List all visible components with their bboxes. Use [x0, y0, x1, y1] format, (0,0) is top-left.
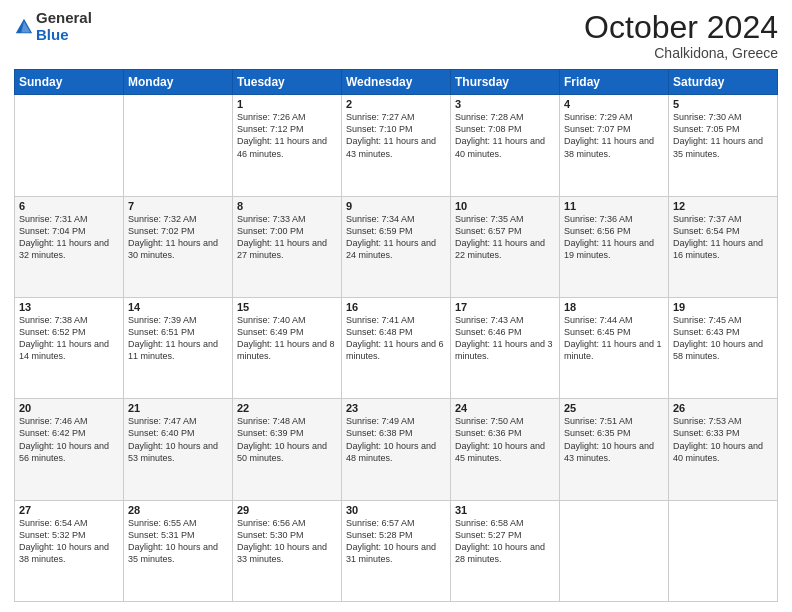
day-info: Sunrise: 7:35 AM Sunset: 6:57 PM Dayligh…: [455, 213, 555, 262]
calendar-cell: [15, 95, 124, 196]
day-info: Sunrise: 6:57 AM Sunset: 5:28 PM Dayligh…: [346, 517, 446, 566]
day-info: Sunrise: 7:37 AM Sunset: 6:54 PM Dayligh…: [673, 213, 773, 262]
day-info: Sunrise: 6:56 AM Sunset: 5:30 PM Dayligh…: [237, 517, 337, 566]
day-info: Sunrise: 7:36 AM Sunset: 6:56 PM Dayligh…: [564, 213, 664, 262]
day-info: Sunrise: 7:29 AM Sunset: 7:07 PM Dayligh…: [564, 111, 664, 160]
day-info: Sunrise: 7:45 AM Sunset: 6:43 PM Dayligh…: [673, 314, 773, 363]
day-number: 27: [19, 504, 119, 516]
calendar-cell: [560, 500, 669, 601]
calendar-row-0: 1Sunrise: 7:26 AM Sunset: 7:12 PM Daylig…: [15, 95, 778, 196]
day-number: 24: [455, 402, 555, 414]
day-info: Sunrise: 7:27 AM Sunset: 7:10 PM Dayligh…: [346, 111, 446, 160]
day-info: Sunrise: 7:46 AM Sunset: 6:42 PM Dayligh…: [19, 415, 119, 464]
location-subtitle: Chalkidona, Greece: [584, 45, 778, 61]
day-number: 29: [237, 504, 337, 516]
day-number: 7: [128, 200, 228, 212]
day-number: 15: [237, 301, 337, 313]
title-block: October 2024 Chalkidona, Greece: [584, 10, 778, 61]
day-number: 14: [128, 301, 228, 313]
calendar-cell: 5Sunrise: 7:30 AM Sunset: 7:05 PM Daylig…: [669, 95, 778, 196]
day-info: Sunrise: 7:34 AM Sunset: 6:59 PM Dayligh…: [346, 213, 446, 262]
calendar-cell: [124, 95, 233, 196]
day-number: 10: [455, 200, 555, 212]
day-number: 12: [673, 200, 773, 212]
day-number: 8: [237, 200, 337, 212]
day-number: 30: [346, 504, 446, 516]
calendar-row-3: 20Sunrise: 7:46 AM Sunset: 6:42 PM Dayli…: [15, 399, 778, 500]
logo-text: General Blue: [36, 10, 92, 43]
calendar-cell: 27Sunrise: 6:54 AM Sunset: 5:32 PM Dayli…: [15, 500, 124, 601]
weekday-header-row: SundayMondayTuesdayWednesdayThursdayFrid…: [15, 70, 778, 95]
day-number: 20: [19, 402, 119, 414]
calendar-cell: 2Sunrise: 7:27 AM Sunset: 7:10 PM Daylig…: [342, 95, 451, 196]
day-info: Sunrise: 7:32 AM Sunset: 7:02 PM Dayligh…: [128, 213, 228, 262]
weekday-header-thursday: Thursday: [451, 70, 560, 95]
calendar-cell: 23Sunrise: 7:49 AM Sunset: 6:38 PM Dayli…: [342, 399, 451, 500]
month-title: October 2024: [584, 10, 778, 45]
calendar-cell: 15Sunrise: 7:40 AM Sunset: 6:49 PM Dayli…: [233, 297, 342, 398]
day-info: Sunrise: 6:58 AM Sunset: 5:27 PM Dayligh…: [455, 517, 555, 566]
day-number: 28: [128, 504, 228, 516]
calendar-cell: 25Sunrise: 7:51 AM Sunset: 6:35 PM Dayli…: [560, 399, 669, 500]
day-number: 13: [19, 301, 119, 313]
day-info: Sunrise: 7:33 AM Sunset: 7:00 PM Dayligh…: [237, 213, 337, 262]
page: General Blue October 2024 Chalkidona, Gr…: [0, 0, 792, 612]
day-number: 18: [564, 301, 664, 313]
calendar-cell: 13Sunrise: 7:38 AM Sunset: 6:52 PM Dayli…: [15, 297, 124, 398]
calendar-cell: 21Sunrise: 7:47 AM Sunset: 6:40 PM Dayli…: [124, 399, 233, 500]
day-number: 2: [346, 98, 446, 110]
day-number: 21: [128, 402, 228, 414]
day-number: 9: [346, 200, 446, 212]
weekday-header-monday: Monday: [124, 70, 233, 95]
calendar-cell: 30Sunrise: 6:57 AM Sunset: 5:28 PM Dayli…: [342, 500, 451, 601]
day-number: 19: [673, 301, 773, 313]
day-info: Sunrise: 7:49 AM Sunset: 6:38 PM Dayligh…: [346, 415, 446, 464]
calendar-row-4: 27Sunrise: 6:54 AM Sunset: 5:32 PM Dayli…: [15, 500, 778, 601]
calendar-cell: 11Sunrise: 7:36 AM Sunset: 6:56 PM Dayli…: [560, 196, 669, 297]
calendar-cell: 16Sunrise: 7:41 AM Sunset: 6:48 PM Dayli…: [342, 297, 451, 398]
day-number: 22: [237, 402, 337, 414]
calendar-cell: 20Sunrise: 7:46 AM Sunset: 6:42 PM Dayli…: [15, 399, 124, 500]
day-info: Sunrise: 7:38 AM Sunset: 6:52 PM Dayligh…: [19, 314, 119, 363]
logo: General Blue: [14, 10, 92, 43]
day-info: Sunrise: 7:30 AM Sunset: 7:05 PM Dayligh…: [673, 111, 773, 160]
logo-icon: [14, 17, 34, 37]
day-number: 4: [564, 98, 664, 110]
day-info: Sunrise: 7:26 AM Sunset: 7:12 PM Dayligh…: [237, 111, 337, 160]
day-info: Sunrise: 7:28 AM Sunset: 7:08 PM Dayligh…: [455, 111, 555, 160]
calendar-cell: 31Sunrise: 6:58 AM Sunset: 5:27 PM Dayli…: [451, 500, 560, 601]
day-info: Sunrise: 7:48 AM Sunset: 6:39 PM Dayligh…: [237, 415, 337, 464]
day-number: 6: [19, 200, 119, 212]
header: General Blue October 2024 Chalkidona, Gr…: [14, 10, 778, 61]
calendar-cell: 12Sunrise: 7:37 AM Sunset: 6:54 PM Dayli…: [669, 196, 778, 297]
calendar-row-2: 13Sunrise: 7:38 AM Sunset: 6:52 PM Dayli…: [15, 297, 778, 398]
calendar-cell: 28Sunrise: 6:55 AM Sunset: 5:31 PM Dayli…: [124, 500, 233, 601]
day-info: Sunrise: 6:54 AM Sunset: 5:32 PM Dayligh…: [19, 517, 119, 566]
calendar-cell: 14Sunrise: 7:39 AM Sunset: 6:51 PM Dayli…: [124, 297, 233, 398]
calendar-cell: 9Sunrise: 7:34 AM Sunset: 6:59 PM Daylig…: [342, 196, 451, 297]
day-info: Sunrise: 7:40 AM Sunset: 6:49 PM Dayligh…: [237, 314, 337, 363]
weekday-header-saturday: Saturday: [669, 70, 778, 95]
day-number: 5: [673, 98, 773, 110]
calendar-table: SundayMondayTuesdayWednesdayThursdayFrid…: [14, 69, 778, 602]
day-info: Sunrise: 6:55 AM Sunset: 5:31 PM Dayligh…: [128, 517, 228, 566]
calendar-cell: 10Sunrise: 7:35 AM Sunset: 6:57 PM Dayli…: [451, 196, 560, 297]
day-number: 11: [564, 200, 664, 212]
day-number: 3: [455, 98, 555, 110]
day-info: Sunrise: 7:44 AM Sunset: 6:45 PM Dayligh…: [564, 314, 664, 363]
day-number: 26: [673, 402, 773, 414]
calendar-cell: 1Sunrise: 7:26 AM Sunset: 7:12 PM Daylig…: [233, 95, 342, 196]
weekday-header-sunday: Sunday: [15, 70, 124, 95]
day-info: Sunrise: 7:47 AM Sunset: 6:40 PM Dayligh…: [128, 415, 228, 464]
day-number: 1: [237, 98, 337, 110]
calendar-cell: 26Sunrise: 7:53 AM Sunset: 6:33 PM Dayli…: [669, 399, 778, 500]
calendar-cell: 24Sunrise: 7:50 AM Sunset: 6:36 PM Dayli…: [451, 399, 560, 500]
day-number: 31: [455, 504, 555, 516]
calendar-cell: 6Sunrise: 7:31 AM Sunset: 7:04 PM Daylig…: [15, 196, 124, 297]
calendar-cell: 8Sunrise: 7:33 AM Sunset: 7:00 PM Daylig…: [233, 196, 342, 297]
day-info: Sunrise: 7:39 AM Sunset: 6:51 PM Dayligh…: [128, 314, 228, 363]
calendar-cell: [669, 500, 778, 601]
calendar-cell: 4Sunrise: 7:29 AM Sunset: 7:07 PM Daylig…: [560, 95, 669, 196]
day-number: 25: [564, 402, 664, 414]
day-info: Sunrise: 7:53 AM Sunset: 6:33 PM Dayligh…: [673, 415, 773, 464]
